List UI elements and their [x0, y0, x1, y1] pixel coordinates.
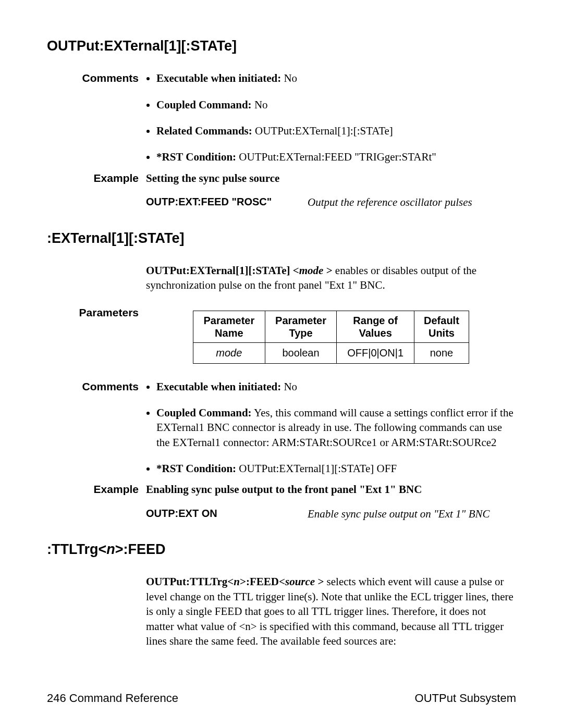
p3-d: source: [285, 575, 317, 588]
intro-param: mode: [299, 264, 326, 277]
bullet-label: *RST Condition:: [156, 151, 236, 163]
heading-output-external-state: OUTPut:EXTernal[1][:STATe]: [47, 36, 516, 55]
parameters-content: Parameter Name Parameter Type Range of V…: [146, 305, 516, 379]
bullet-value: No: [252, 98, 268, 111]
h3-b: n: [106, 541, 115, 557]
example-line: OUTP:EXT ON Enable sync pulse output on …: [146, 507, 516, 521]
footer-right: OUTPut Subsystem: [415, 690, 516, 706]
table-row: mode boolean OFF|0|ON|1 none: [193, 342, 469, 363]
example-title: Setting the sync pulse source: [146, 171, 516, 186]
th-range: Range of Values: [337, 311, 414, 342]
th-units: Default Units: [414, 311, 469, 342]
example-row-1: Example Setting the sync pulse source OU…: [47, 171, 516, 210]
th-line: Range of: [353, 315, 398, 326]
h3-a: :TTLTrg<: [47, 541, 106, 557]
bullet-value: OUTPut:EXTernal[1]:[:STATe]: [252, 125, 393, 137]
th-line: Values: [359, 327, 391, 339]
parameters-label: Parameters: [47, 305, 146, 320]
bullet-label: Coupled Command:: [156, 406, 252, 419]
bullet-label: Coupled Command:: [156, 98, 252, 111]
bullet-label: *RST Condition:: [156, 462, 236, 475]
list-item: *RST Condition: OUTPut:EXTernal:FEED "TR…: [156, 150, 516, 164]
table-header-row: Parameter Name Parameter Type Range of V…: [193, 311, 469, 342]
example-label: Example: [47, 171, 146, 186]
h3-c: >:FEED: [115, 541, 166, 557]
example-command: OUTP:EXT:FEED "ROSC": [146, 195, 292, 209]
example-note: Output the reference oscillator pulses: [308, 195, 472, 209]
page-number: 246: [47, 692, 66, 705]
td-name: mode: [193, 342, 265, 363]
comments-row-1: Comments Executable when initiated: No C…: [47, 71, 516, 170]
th-line: Type: [289, 327, 312, 339]
bullet-value: No: [281, 380, 297, 393]
td-units: none: [414, 342, 469, 363]
list-item: *RST Condition: OUTPut:EXTernal[1][:STAT…: [156, 461, 516, 476]
bullet-value: No: [281, 72, 297, 84]
bullet-label: Related Commands:: [156, 125, 252, 137]
comments-list: Executable when initiated: No Coupled Co…: [156, 71, 516, 164]
footer-left: 246 Command Reference: [47, 690, 178, 706]
comments-list: Executable when initiated: No Coupled Co…: [156, 379, 516, 476]
example-content: Setting the sync pulse source OUTP:EXT:F…: [146, 171, 516, 210]
p3-c: >:FEED<: [240, 575, 285, 588]
example-title: Enabling sync pulse output to the front …: [146, 482, 516, 497]
td-range: OFF|0|ON|1: [337, 342, 414, 363]
td-type: boolean: [265, 342, 337, 363]
page: OUTPut:EXTernal[1][:STATe] Comments Exec…: [0, 0, 563, 728]
footer-left-text: Command Reference: [66, 692, 178, 705]
th-type: Parameter Type: [265, 311, 337, 342]
intro-close: >: [326, 264, 333, 277]
example-command: OUTP:EXT ON: [146, 507, 292, 521]
th-line: Parameter: [275, 315, 326, 326]
comments-row-2: Comments Executable when initiated: No C…: [47, 379, 516, 483]
th-line: Units: [429, 327, 455, 339]
intro-paragraph: OUTPut:EXTernal[1][:STATe] <mode > enabl…: [146, 263, 516, 293]
parameters-table: Parameter Name Parameter Type Range of V…: [193, 311, 469, 364]
intro-cmd: OUTPut:EXTernal[1][:STATe] <: [146, 264, 299, 277]
list-item: Coupled Command: Yes, this command will …: [156, 405, 516, 450]
th-line: Default: [424, 315, 459, 326]
th-name: Parameter Name: [193, 311, 265, 342]
example-line: OUTP:EXT:FEED "ROSC" Output the referenc…: [146, 195, 516, 209]
ttltrg-paragraph: OUTPut:TTLTrg<n>:FEED<source > selects w…: [146, 574, 516, 648]
heading-external-state: :EXTernal[1][:STATe]: [47, 229, 516, 248]
page-footer: 246 Command Reference OUTPut Subsystem: [47, 690, 516, 706]
bullet-value: OUTPut:EXTernal[1][:STATe] OFF: [236, 462, 397, 475]
example-content: Enabling sync pulse output to the front …: [146, 482, 516, 521]
comments-content: Executable when initiated: No Coupled Co…: [146, 379, 516, 483]
th-line: Name: [215, 327, 243, 339]
example-row-2: Example Enabling sync pulse output to th…: [47, 482, 516, 521]
spacer: [47, 521, 516, 535]
bullet-label: Executable when initiated:: [156, 380, 281, 393]
comments-content: Executable when initiated: No Coupled Co…: [146, 71, 516, 170]
list-item: Executable when initiated: No: [156, 71, 516, 85]
example-label: Example: [47, 482, 146, 497]
list-item: Executable when initiated: No: [156, 379, 516, 394]
comments-label: Comments: [47, 71, 146, 85]
heading-ttltrg-feed: :TTLTrg<n>:FEED: [47, 540, 516, 559]
bullet-value: OUTPut:EXTernal:FEED "TRIGger:STARt": [236, 151, 436, 163]
p3-b: n: [234, 575, 240, 588]
p3-a: OUTPut:TTLTrg<: [146, 575, 234, 588]
list-item: Coupled Command: No: [156, 97, 516, 112]
comments-label: Comments: [47, 379, 146, 394]
parameters-row: Parameters Parameter Name Parameter Type…: [47, 305, 516, 379]
list-item: Related Commands: OUTPut:EXTernal[1]:[:S…: [156, 124, 516, 138]
p3-e: >: [317, 575, 324, 588]
example-note: Enable sync pulse output on "Ext 1" BNC: [308, 507, 490, 521]
spacer: [47, 210, 516, 224]
bullet-label: Executable when initiated:: [156, 72, 281, 84]
th-line: Parameter: [203, 315, 254, 326]
